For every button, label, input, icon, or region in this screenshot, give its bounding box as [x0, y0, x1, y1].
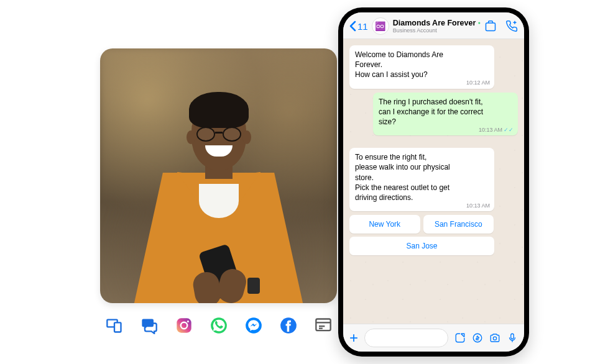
message-incoming: To ensure the right fit, please walk int… [349, 148, 494, 211]
attach-button[interactable]: + [349, 330, 358, 345]
svg-rect-18 [511, 334, 514, 339]
business-subtitle: Business Account [393, 27, 481, 34]
instagram-icon[interactable] [175, 317, 193, 334]
webchat-icon[interactable] [315, 317, 332, 334]
whatsapp-icon[interactable] [210, 317, 228, 334]
option-san-francisco[interactable]: San Francisco [423, 215, 494, 234]
svg-point-16 [473, 334, 482, 342]
message-input-bar: + [343, 324, 524, 352]
catalog-icon[interactable] [484, 20, 497, 32]
message-input[interactable] [364, 329, 448, 347]
call-icon[interactable] [505, 20, 518, 32]
channel-icon-row [106, 317, 332, 334]
business-name: Diamonds Are Forever [393, 19, 476, 27]
camera-icon[interactable] [489, 332, 500, 344]
svg-rect-1 [114, 322, 121, 332]
svg-point-6 [246, 317, 262, 334]
message-incoming: Welcome to Diamonds Are Forever. How can… [349, 45, 494, 89]
message-time: 10:13 AM [466, 202, 490, 209]
svg-rect-8 [316, 319, 330, 331]
verified-badge-icon [478, 19, 481, 27]
chat-body: Welcome to Diamonds Are Forever. How can… [343, 39, 524, 324]
devices-icon[interactable] [106, 317, 123, 334]
header-title-block[interactable]: Diamonds Are Forever Business Account [393, 19, 481, 34]
option-san-jose[interactable]: San Jose [349, 237, 494, 255]
svg-point-17 [493, 337, 496, 340]
back-button[interactable]: 11 [349, 20, 368, 32]
mic-icon[interactable] [507, 332, 518, 344]
currency-icon[interactable] [472, 332, 483, 344]
hero-photo [100, 48, 337, 303]
sticker-icon[interactable] [454, 332, 466, 344]
facebook-icon[interactable] [280, 317, 297, 334]
phone-mockup: 11 ♾️ Diamonds Are Forever Business Acco… [338, 7, 529, 357]
svg-rect-13 [486, 23, 495, 31]
message-time: 10:12 AM [466, 79, 490, 86]
messenger-icon[interactable] [245, 317, 262, 334]
svg-rect-2 [177, 318, 191, 332]
business-avatar[interactable]: ♾️ [372, 17, 389, 35]
svg-point-4 [187, 321, 189, 322]
chat-icon[interactable] [141, 317, 158, 334]
back-count: 11 [357, 21, 368, 32]
option-new-york[interactable]: New York [349, 215, 420, 234]
message-outgoing: The ring I purchased doesn't fit, can I … [373, 93, 518, 136]
quick-reply-options: New York San Francisco San Jose [349, 215, 494, 255]
message-time: 10:13 AM✓✓ [479, 126, 514, 134]
chat-header: 11 ♾️ Diamonds Are Forever Business Acco… [343, 12, 524, 39]
